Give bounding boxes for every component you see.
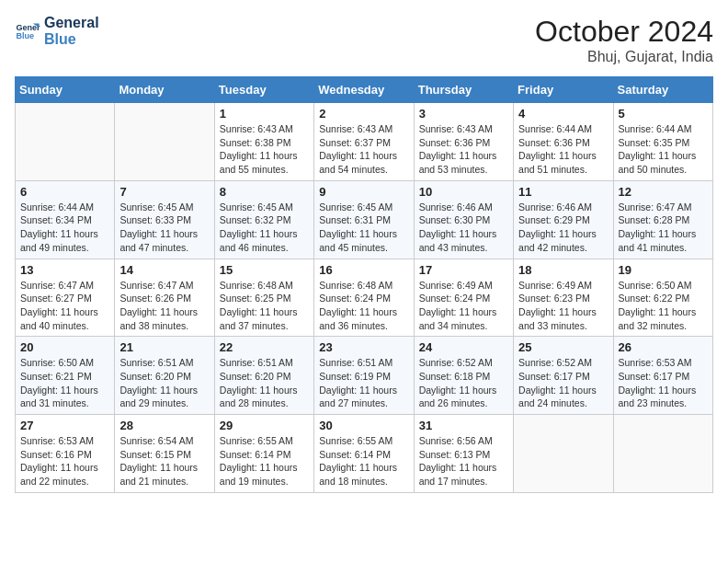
day-number: 16 <box>319 263 408 277</box>
calendar-cell: 19Sunrise: 6:50 AM Sunset: 6:22 PM Dayli… <box>613 259 712 337</box>
weekday-header: Tuesday <box>214 77 313 103</box>
day-info: Sunrise: 6:47 AM Sunset: 6:28 PM Dayligh… <box>619 201 708 255</box>
calendar-cell: 20Sunrise: 6:50 AM Sunset: 6:21 PM Dayli… <box>16 337 115 415</box>
calendar-cell <box>16 103 115 181</box>
day-info: Sunrise: 6:53 AM Sunset: 6:17 PM Dayligh… <box>619 356 708 410</box>
day-number: 11 <box>518 185 608 199</box>
calendar-week-row: 13Sunrise: 6:47 AM Sunset: 6:27 PM Dayli… <box>16 259 713 337</box>
weekday-row: SundayMondayTuesdayWednesdayThursdayFrid… <box>16 77 713 103</box>
day-info: Sunrise: 6:55 AM Sunset: 6:14 PM Dayligh… <box>220 434 309 488</box>
day-info: Sunrise: 6:56 AM Sunset: 6:13 PM Dayligh… <box>419 434 508 488</box>
day-info: Sunrise: 6:45 AM Sunset: 6:32 PM Dayligh… <box>220 201 309 255</box>
calendar-cell: 15Sunrise: 6:48 AM Sunset: 6:25 PM Dayli… <box>214 259 313 337</box>
day-info: Sunrise: 6:50 AM Sunset: 6:22 PM Dayligh… <box>619 279 708 333</box>
calendar-cell: 1Sunrise: 6:43 AM Sunset: 6:38 PM Daylig… <box>214 103 313 181</box>
calendar-cell: 3Sunrise: 6:43 AM Sunset: 6:36 PM Daylig… <box>414 103 513 181</box>
day-info: Sunrise: 6:44 AM Sunset: 6:36 PM Dayligh… <box>518 122 608 177</box>
calendar-cell: 17Sunrise: 6:49 AM Sunset: 6:24 PM Dayli… <box>414 259 513 337</box>
day-info: Sunrise: 6:52 AM Sunset: 6:18 PM Dayligh… <box>419 356 508 410</box>
calendar-cell: 10Sunrise: 6:46 AM Sunset: 6:30 PM Dayli… <box>414 180 513 259</box>
day-number: 27 <box>20 419 109 432</box>
day-number: 8 <box>220 185 309 199</box>
day-info: Sunrise: 6:46 AM Sunset: 6:29 PM Dayligh… <box>518 201 608 255</box>
day-number: 23 <box>319 340 408 354</box>
day-number: 18 <box>518 263 608 277</box>
calendar-cell: 24Sunrise: 6:52 AM Sunset: 6:18 PM Dayli… <box>414 337 513 415</box>
calendar-week-row: 20Sunrise: 6:50 AM Sunset: 6:21 PM Dayli… <box>16 337 713 415</box>
day-number: 25 <box>518 340 608 354</box>
day-info: Sunrise: 6:53 AM Sunset: 6:16 PM Dayligh… <box>20 434 109 488</box>
calendar-cell: 5Sunrise: 6:44 AM Sunset: 6:35 PM Daylig… <box>613 103 712 181</box>
day-number: 13 <box>20 263 109 277</box>
day-number: 14 <box>119 263 209 277</box>
day-info: Sunrise: 6:48 AM Sunset: 6:24 PM Dayligh… <box>319 279 408 333</box>
day-number: 15 <box>220 263 309 277</box>
calendar-cell: 11Sunrise: 6:46 AM Sunset: 6:29 PM Dayli… <box>514 180 613 259</box>
day-number: 26 <box>619 340 708 354</box>
calendar-cell: 12Sunrise: 6:47 AM Sunset: 6:28 PM Dayli… <box>613 180 712 259</box>
calendar-cell: 25Sunrise: 6:52 AM Sunset: 6:17 PM Dayli… <box>514 337 613 415</box>
day-info: Sunrise: 6:47 AM Sunset: 6:26 PM Dayligh… <box>119 279 209 333</box>
calendar-header: SundayMondayTuesdayWednesdayThursdayFrid… <box>16 77 713 103</box>
day-info: Sunrise: 6:47 AM Sunset: 6:27 PM Dayligh… <box>20 279 109 333</box>
day-number: 21 <box>119 340 209 354</box>
day-number: 7 <box>119 185 209 199</box>
calendar-cell: 31Sunrise: 6:56 AM Sunset: 6:13 PM Dayli… <box>414 415 513 493</box>
calendar-cell: 14Sunrise: 6:47 AM Sunset: 6:26 PM Dayli… <box>115 259 214 337</box>
day-info: Sunrise: 6:46 AM Sunset: 6:30 PM Dayligh… <box>419 201 508 255</box>
logo-text-line1: General <box>44 15 99 31</box>
weekday-header: Monday <box>115 77 214 103</box>
location: Bhuj, Gujarat, India <box>535 49 713 65</box>
day-info: Sunrise: 6:49 AM Sunset: 6:24 PM Dayligh… <box>419 279 508 333</box>
day-number: 5 <box>619 107 708 121</box>
title-area: October 2024 Bhuj, Gujarat, India <box>535 15 713 65</box>
day-info: Sunrise: 6:44 AM Sunset: 6:34 PM Dayligh… <box>20 201 109 255</box>
weekday-header: Friday <box>514 77 613 103</box>
day-info: Sunrise: 6:52 AM Sunset: 6:17 PM Dayligh… <box>518 356 608 410</box>
logo: General Blue General Blue <box>15 15 99 47</box>
calendar-cell: 23Sunrise: 6:51 AM Sunset: 6:19 PM Dayli… <box>314 337 414 415</box>
day-info: Sunrise: 6:51 AM Sunset: 6:20 PM Dayligh… <box>119 356 209 410</box>
calendar-week-row: 6Sunrise: 6:44 AM Sunset: 6:34 PM Daylig… <box>16 180 713 259</box>
day-number: 22 <box>220 340 309 354</box>
calendar-cell: 7Sunrise: 6:45 AM Sunset: 6:33 PM Daylig… <box>115 180 214 259</box>
day-info: Sunrise: 6:49 AM Sunset: 6:23 PM Dayligh… <box>518 279 608 333</box>
calendar-cell: 21Sunrise: 6:51 AM Sunset: 6:20 PM Dayli… <box>115 337 214 415</box>
weekday-header: Thursday <box>414 77 513 103</box>
calendar-cell: 8Sunrise: 6:45 AM Sunset: 6:32 PM Daylig… <box>214 180 313 259</box>
calendar-week-row: 1Sunrise: 6:43 AM Sunset: 6:38 PM Daylig… <box>16 103 713 181</box>
weekday-header: Wednesday <box>314 77 414 103</box>
calendar-table: SundayMondayTuesdayWednesdayThursdayFrid… <box>15 76 713 493</box>
day-number: 19 <box>619 263 708 277</box>
calendar-week-row: 27Sunrise: 6:53 AM Sunset: 6:16 PM Dayli… <box>16 415 713 493</box>
calendar-cell: 29Sunrise: 6:55 AM Sunset: 6:14 PM Dayli… <box>214 415 313 493</box>
svg-text:Blue: Blue <box>16 31 34 40</box>
day-info: Sunrise: 6:43 AM Sunset: 6:38 PM Dayligh… <box>220 122 309 177</box>
day-number: 24 <box>419 340 508 354</box>
logo-icon: General Blue <box>15 18 40 44</box>
day-number: 31 <box>419 419 508 432</box>
day-number: 12 <box>619 185 708 199</box>
day-info: Sunrise: 6:51 AM Sunset: 6:19 PM Dayligh… <box>319 356 408 410</box>
day-number: 28 <box>119 419 209 432</box>
day-number: 17 <box>419 263 508 277</box>
header: General Blue General Blue October 2024 B… <box>15 15 713 65</box>
day-info: Sunrise: 6:48 AM Sunset: 6:25 PM Dayligh… <box>220 279 309 333</box>
day-number: 1 <box>220 107 309 121</box>
calendar-cell: 2Sunrise: 6:43 AM Sunset: 6:37 PM Daylig… <box>314 103 414 181</box>
day-number: 6 <box>20 185 109 199</box>
weekday-header: Sunday <box>16 77 115 103</box>
day-info: Sunrise: 6:51 AM Sunset: 6:20 PM Dayligh… <box>220 356 309 410</box>
day-info: Sunrise: 6:43 AM Sunset: 6:37 PM Dayligh… <box>319 122 408 177</box>
day-number: 29 <box>220 419 309 432</box>
day-info: Sunrise: 6:54 AM Sunset: 6:15 PM Dayligh… <box>119 434 209 488</box>
calendar-cell: 16Sunrise: 6:48 AM Sunset: 6:24 PM Dayli… <box>314 259 414 337</box>
day-info: Sunrise: 6:45 AM Sunset: 6:31 PM Dayligh… <box>319 201 408 255</box>
calendar-cell <box>613 415 712 493</box>
month-title: October 2024 <box>535 15 713 49</box>
day-number: 9 <box>319 185 408 199</box>
day-info: Sunrise: 6:44 AM Sunset: 6:35 PM Dayligh… <box>619 122 708 177</box>
day-number: 4 <box>518 107 608 121</box>
day-info: Sunrise: 6:50 AM Sunset: 6:21 PM Dayligh… <box>20 356 109 410</box>
calendar-cell: 30Sunrise: 6:55 AM Sunset: 6:14 PM Dayli… <box>314 415 414 493</box>
